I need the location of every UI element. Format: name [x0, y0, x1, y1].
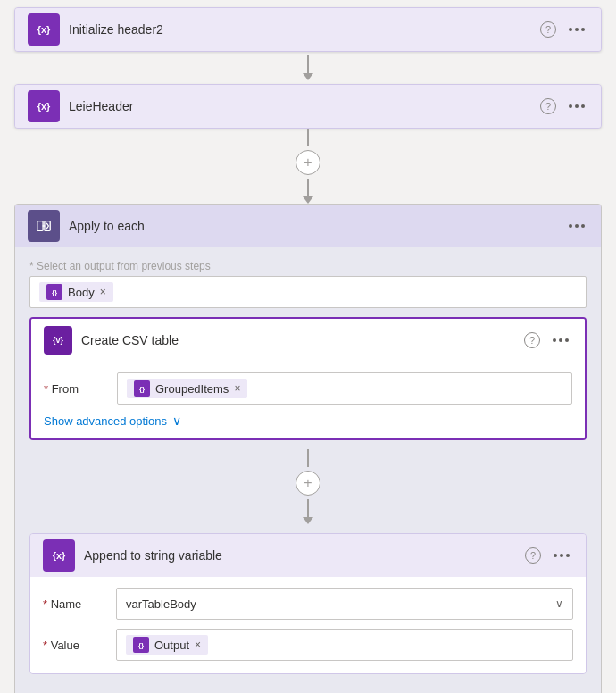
append-card-body: Name varTableBody ∨ Value {} [30, 577, 586, 673]
connector-line-1 [307, 55, 309, 73]
from-input[interactable]: {} GroupedItems × [117, 372, 572, 405]
from-label: From [44, 382, 106, 396]
show-advanced-chevron: ∨ [172, 413, 181, 428]
leie-icon-label: {x} [37, 101, 51, 112]
add-step-btn-1[interactable]: + [296, 150, 320, 175]
name-label: Name [43, 597, 105, 611]
output-tag-icon: {} [133, 637, 149, 653]
leie-header-actions: ? [540, 98, 588, 114]
connector-line-3 [307, 179, 309, 196]
create-csv-body: From {} GroupedItems × [31, 362, 585, 438]
leie-header-title: LeieHeader [69, 99, 540, 113]
body-tag-label: Body [68, 286, 95, 299]
show-advanced-label: Show advanced options [44, 414, 167, 428]
create-csv-icon: {v} [44, 326, 72, 355]
connector-line-4 [307, 449, 309, 467]
body-tag-close[interactable]: × [100, 287, 106, 297]
leie-header-more[interactable] [565, 103, 588, 110]
apply-to-each-actions [565, 222, 588, 230]
create-csv-table-card: {v} Create CSV table ? [29, 317, 587, 440]
connector-arrow-3 [303, 517, 313, 524]
grouped-items-icon: {} [134, 380, 150, 397]
name-select[interactable]: varTableBody ∨ [116, 588, 573, 620]
connector-line-2 [307, 129, 309, 146]
body-tag-icon: {} [46, 284, 62, 300]
append-card-header: {x} Append to string variable ? [30, 534, 586, 577]
more-dots [569, 28, 585, 31]
svg-rect-0 [37, 221, 43, 231]
append-string-variable-card: {x} Append to string variable ? [29, 533, 587, 674]
apply-to-each-header: Apply to each [15, 205, 601, 247]
name-field-row: Name varTableBody ∨ [43, 588, 573, 620]
append-card-help[interactable]: ? [525, 547, 541, 564]
init-icon-label: {x} [37, 24, 51, 35]
append-card-title: Append to string variable [84, 548, 525, 563]
initialize-header2-icon: {x} [28, 13, 60, 46]
create-csv-title: Create CSV table [81, 333, 524, 347]
add-step-btn-2[interactable]: + [296, 471, 320, 496]
add-action-row[interactable]: Add an action [29, 683, 587, 693]
apply-to-each-body: * Select an output from previous steps {… [15, 247, 601, 693]
output-tag-label: Output [154, 639, 189, 652]
apply-icon-svg [36, 218, 52, 234]
output-tag: {} Output × [126, 635, 208, 655]
initialize-header2-title: Initialize header2 [69, 22, 540, 37]
csv-icon-label: {v} [53, 336, 63, 345]
initialize-header2-help[interactable]: ? [540, 21, 556, 38]
apply-to-each-title: Apply to each [69, 219, 565, 233]
apply-to-each-icon [28, 210, 60, 242]
append-card-icon: {x} [43, 539, 75, 572]
initialize-header2-card: {x} Initialize header2 ? [14, 7, 602, 52]
connector-arrow-2 [303, 196, 313, 204]
select-output-text: * Select an output from previous steps [29, 260, 587, 272]
from-field-row: From {} GroupedItems × [44, 372, 572, 405]
connector-1 [14, 52, 602, 84]
grouped-items-label: GroupedItems [155, 382, 229, 396]
more-dots [554, 554, 570, 557]
output-tag-close[interactable]: × [195, 639, 201, 650]
name-value: varTableBody [126, 597, 196, 611]
svg-rect-1 [45, 221, 50, 231]
leie-header-header: {x} LeieHeader ? [15, 85, 601, 128]
apply-to-each-more[interactable] [565, 222, 588, 230]
more-dots [569, 224, 585, 228]
select-output-input[interactable]: {} Body × [29, 276, 587, 308]
connector-plus-2: + [29, 449, 587, 524]
create-csv-help[interactable]: ? [524, 332, 540, 348]
append-card-actions: ? [525, 547, 573, 564]
grouped-items-close[interactable]: × [234, 383, 240, 394]
more-dots [569, 104, 585, 108]
append-card-more[interactable] [550, 552, 573, 559]
select-output-label: * Select an output from previous steps {… [29, 260, 587, 308]
body-tag: {} Body × [39, 282, 113, 302]
connector-arrow-1 [303, 73, 313, 80]
connector-plus-1: + [14, 129, 602, 204]
value-input[interactable]: {} Output × [116, 629, 573, 661]
apply-to-each-container: Apply to each * Select an output from pr… [14, 204, 602, 693]
leie-header-icon: {x} [28, 90, 60, 122]
grouped-items-tag: {} GroupedItems × [127, 379, 247, 398]
create-csv-table-header: {v} Create CSV table ? [31, 319, 585, 362]
name-chevron: ∨ [555, 597, 563, 610]
initialize-header2-more[interactable] [565, 26, 588, 33]
append-icon-label: {x} [53, 550, 66, 561]
create-csv-actions: ? [524, 332, 572, 348]
page-container: {x} Initialize header2 ? {x} [0, 0, 616, 693]
value-label: Value [43, 639, 105, 652]
initialize-header2-actions: ? [540, 21, 588, 38]
leie-header-card: {x} LeieHeader ? [14, 84, 602, 129]
show-advanced-btn[interactable]: Show advanced options ∨ [44, 413, 572, 428]
initialize-header2-header: {x} Initialize header2 ? [15, 8, 601, 51]
create-csv-more[interactable] [549, 337, 572, 344]
value-field-row: Value {} Output × [43, 629, 573, 661]
connector-line-5 [307, 499, 309, 517]
more-dots [553, 338, 569, 342]
leie-header-help[interactable]: ? [540, 98, 556, 114]
